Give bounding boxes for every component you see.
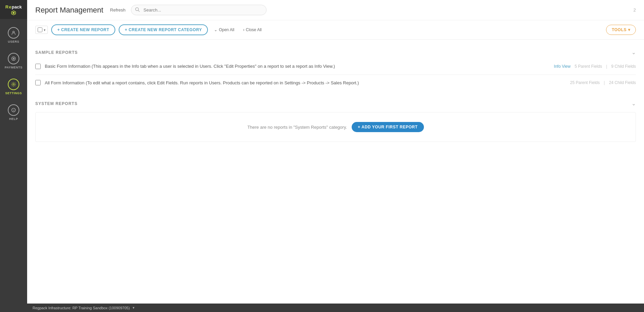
add-first-report-label: + ADD YOUR FIRST REPORT — [358, 125, 418, 129]
info-view-badge-basic-form: Info View — [554, 64, 570, 69]
system-reports-title: SYSTEM REPORTS — [35, 101, 78, 106]
system-reports-section: SYSTEM REPORTS ⌄ There are no reports in… — [35, 98, 636, 142]
footer-dropdown-arrow[interactable]: ▾ — [133, 306, 135, 310]
sample-reports-section-header[interactable]: SAMPLE REPORTS ⌄ — [35, 46, 636, 58]
system-reports-section-header[interactable]: SYSTEM REPORTS ⌄ — [35, 98, 636, 109]
footer-bar: Regpack Infrastructure: RP Training Sand… — [27, 304, 644, 312]
search-svg — [135, 7, 140, 12]
report-row-all-form: All Form Information (To edit what a rep… — [35, 75, 636, 91]
separator-2: | — [604, 80, 605, 85]
parent-fields-basic-form: 5 Parent Fields — [574, 64, 602, 69]
report-checkbox-all-form[interactable] — [35, 80, 41, 85]
create-new-report-button[interactable]: + CREATE NEW REPORT — [51, 24, 115, 35]
close-all-chevron: › — [243, 27, 245, 32]
sidebar-footer: ? HELP — [0, 100, 27, 125]
tools-dropdown-arrow: ▾ — [628, 27, 630, 32]
select-all-checkbox[interactable] — [38, 27, 42, 32]
open-all-chevron: ⌄ — [214, 27, 217, 32]
top-header: Report Management Refresh 2 — [27, 0, 644, 20]
tools-label: TOOLS — [612, 27, 627, 32]
svg-point-4 — [13, 84, 14, 85]
help-icon: ? — [8, 104, 19, 116]
system-reports-empty-box: There are no reports in "System Reports"… — [35, 112, 636, 142]
system-reports-empty-message: There are no reports in "System Reports"… — [247, 125, 347, 130]
gear-svg — [11, 82, 16, 87]
help-svg: ? — [11, 107, 16, 113]
separator-1: | — [606, 64, 607, 69]
report-row-basic-form: Basic Form Information (This appears in … — [35, 58, 636, 75]
page-title: Report Management — [35, 6, 103, 15]
user-svg — [11, 30, 16, 36]
report-meta-basic-form: Info View 5 Parent Fields | 9 Child Fiel… — [554, 64, 636, 69]
open-all-label: Open All — [219, 27, 234, 32]
sample-reports-chevron[interactable]: ⌄ — [631, 49, 636, 56]
search-icon — [135, 7, 140, 13]
report-description-all-form: All Form Information (To edit what a rep… — [45, 80, 566, 86]
refresh-button[interactable]: Refresh — [110, 7, 126, 13]
checkbox-dropdown-arrow[interactable]: ▾ — [44, 28, 45, 32]
logo: Repack — [0, 0, 27, 19]
sidebar-item-settings[interactable]: SETTINGS — [0, 74, 27, 100]
toolbar: ▾ + CREATE NEW REPORT + CREATE NEW REPOR… — [27, 20, 644, 40]
gear-icon — [8, 79, 19, 90]
add-first-report-button[interactable]: + ADD YOUR FIRST REPORT — [352, 122, 424, 132]
create-new-report-label: + CREATE NEW REPORT — [57, 27, 109, 32]
search-container — [131, 5, 267, 15]
create-new-category-label: + CREATE NEW REPORT CATEGORY — [125, 27, 202, 32]
sidebar-item-settings-label: SETTINGS — [5, 91, 22, 95]
sidebar-nav: USERS PAYMENTS SETTINGS — [0, 22, 27, 132]
open-all-button[interactable]: ⌄ Open All — [211, 26, 237, 34]
sidebar: Repack USERS — [0, 0, 27, 312]
svg-marker-1 — [13, 12, 15, 14]
payment-icon — [8, 53, 19, 64]
child-fields-all-form: 24 Child Fields — [609, 80, 636, 85]
sidebar-item-payments-label: PAYMENTS — [5, 66, 23, 69]
system-reports-chevron[interactable]: ⌄ — [631, 100, 636, 107]
sample-reports-section: SAMPLE REPORTS ⌄ Basic Form Information … — [35, 46, 636, 91]
page-number: 2 — [633, 7, 636, 13]
sidebar-item-users-label: USERS — [8, 40, 19, 43]
close-all-label: Close All — [246, 27, 262, 32]
select-all-wrapper[interactable]: ▾ — [35, 26, 48, 34]
create-new-category-button[interactable]: + CREATE NEW REPORT CATEGORY — [119, 24, 208, 35]
sidebar-item-users[interactable]: USERS — [0, 22, 27, 48]
sample-reports-title: SAMPLE REPORTS — [35, 50, 78, 55]
payment-svg — [11, 56, 16, 61]
report-description-basic-form: Basic Form Information (This appears in … — [45, 63, 550, 70]
svg-line-8 — [138, 10, 140, 12]
report-checkbox-basic-form[interactable] — [35, 64, 41, 69]
sidebar-item-help-label: HELP — [9, 117, 18, 121]
svg-text:?: ? — [13, 109, 15, 112]
content-area: SAMPLE REPORTS ⌄ Basic Form Information … — [27, 40, 644, 304]
footer-label: Regpack Infrastructure: RP Training Sand… — [33, 306, 130, 310]
sidebar-item-payments[interactable]: PAYMENTS — [0, 48, 27, 74]
search-input[interactable] — [131, 5, 267, 15]
tools-button[interactable]: TOOLS ▾ — [606, 25, 636, 35]
close-all-button[interactable]: › Close All — [240, 26, 265, 34]
user-icon — [8, 27, 19, 39]
top-right: 2 — [633, 7, 636, 13]
parent-fields-all-form: 25 Parent Fields — [570, 80, 600, 85]
main-content: Report Management Refresh 2 ▾ + CREATE N… — [27, 0, 644, 312]
child-fields-basic-form: 9 Child Fields — [611, 64, 636, 69]
report-meta-all-form: 25 Parent Fields | 24 Child Fields — [570, 80, 636, 85]
sidebar-item-help[interactable]: ? HELP — [0, 100, 27, 125]
logo-icon — [11, 11, 16, 15]
